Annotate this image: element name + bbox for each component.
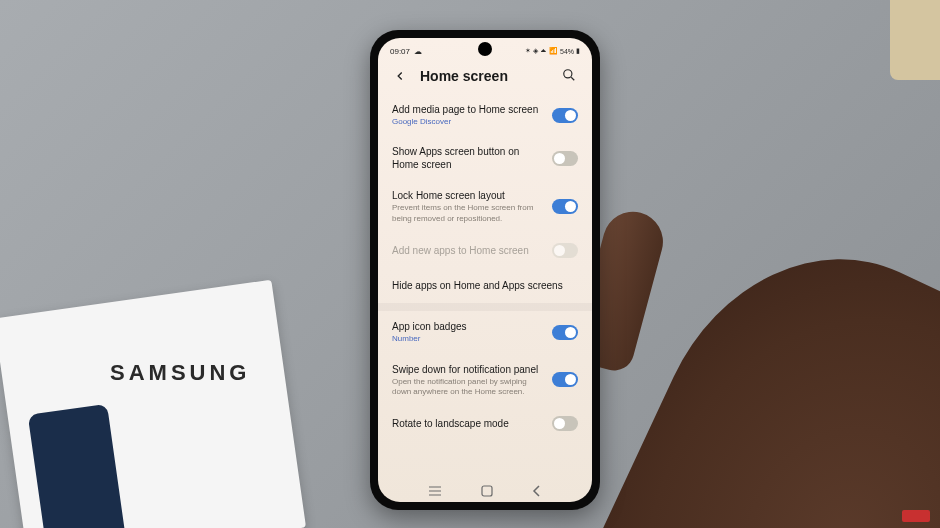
setting-media-page[interactable]: Add media page to Home screen Google Dis… [392, 94, 578, 136]
setting-add-new-apps: Add new apps to Home screen [392, 233, 578, 268]
section-divider [378, 303, 592, 311]
search-button[interactable] [562, 68, 578, 84]
toggle-icon-badges[interactable] [552, 325, 578, 340]
setting-icon-badges[interactable]: App icon badges Number [392, 311, 578, 353]
setting-lock-layout[interactable]: Lock Home screen layout Prevent items on… [392, 180, 578, 233]
setting-title: App icon badges [392, 320, 544, 333]
toggle-rotate[interactable] [552, 416, 578, 431]
setting-title: Show Apps screen button on Home screen [392, 145, 544, 171]
battery-icon: ▮ [576, 47, 580, 55]
setting-title: Add media page to Home screen [392, 103, 544, 116]
camera-notch [478, 42, 492, 56]
toggle-swipe-notification[interactable] [552, 372, 578, 387]
toggle-lock-layout[interactable] [552, 199, 578, 214]
setting-apps-button[interactable]: Show Apps screen button on Home screen [392, 136, 578, 180]
settings-list: Add media page to Home screen Google Dis… [378, 94, 592, 480]
cloud-icon: ☁ [414, 47, 422, 56]
setting-title: Lock Home screen layout [392, 189, 544, 202]
phone-screen: 09:07 ☁ ✶ ◈ ⏶ 📶 54% ▮ Home screen [378, 38, 592, 502]
phone-device: 09:07 ☁ ✶ ◈ ⏶ 📶 54% ▮ Home screen [370, 30, 600, 510]
svg-point-0 [564, 70, 572, 78]
box-phone-image [28, 404, 127, 528]
setting-subtitle: Google Discover [392, 117, 544, 127]
toggle-media-page[interactable] [552, 108, 578, 123]
battery-percent: 54% [560, 48, 574, 55]
setting-rotate[interactable]: Rotate to landscape mode [392, 406, 578, 441]
box-brand-label: SAMSUNG [110, 360, 250, 386]
nav-back[interactable] [532, 485, 542, 497]
nav-home[interactable] [481, 485, 493, 497]
setting-hide-apps[interactable]: Hide apps on Home and Apps screens [392, 268, 578, 303]
setting-subtitle: Open the notification panel by swiping d… [392, 377, 544, 398]
setting-swipe-notification[interactable]: Swipe down for notification panel Open t… [392, 354, 578, 407]
setting-title: Rotate to landscape mode [392, 417, 544, 430]
page-header: Home screen [378, 60, 592, 94]
toggle-apps-button[interactable] [552, 151, 578, 166]
watermark-tag [902, 510, 930, 522]
setting-title: Swipe down for notification panel [392, 363, 544, 376]
status-time: 09:07 [390, 47, 410, 56]
setting-title: Add new apps to Home screen [392, 244, 544, 257]
samsung-box-decoration: SAMSUNG [0, 280, 306, 528]
page-title: Home screen [420, 68, 550, 84]
back-button[interactable] [392, 68, 408, 84]
svg-rect-1 [482, 486, 492, 496]
setting-subtitle: Number [392, 334, 544, 344]
toggle-add-new-apps [552, 243, 578, 258]
network-icons: ✶ ◈ ⏶ 📶 [525, 47, 558, 55]
nav-recents[interactable] [428, 486, 442, 496]
navigation-bar [378, 480, 592, 502]
setting-subtitle: Prevent items on the Home screen from be… [392, 203, 544, 224]
background-decoration [890, 0, 940, 80]
setting-title: Hide apps on Home and Apps screens [392, 279, 570, 292]
